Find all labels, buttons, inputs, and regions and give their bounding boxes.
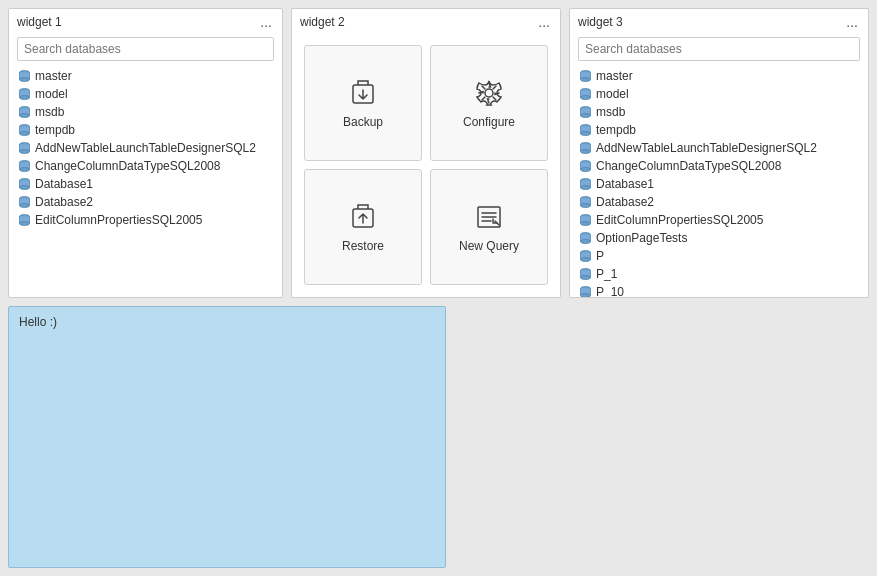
widget-2-menu-button[interactable]: ... xyxy=(536,15,552,29)
database-icon xyxy=(578,88,592,100)
list-item[interactable]: msdb xyxy=(13,103,278,121)
widget-3-title: widget 3 xyxy=(578,15,623,29)
list-item[interactable]: EditColumnPropertiesSQL2005 xyxy=(13,211,278,229)
list-item[interactable]: Database1 xyxy=(13,175,278,193)
db-name: tempdb xyxy=(596,123,636,137)
list-item[interactable]: model xyxy=(13,85,278,103)
backup-icon xyxy=(347,77,379,109)
list-item[interactable]: ChangeColumnDataTypeSQL2008 xyxy=(574,157,864,175)
db-name: P_1 xyxy=(596,267,617,281)
list-item[interactable]: msdb xyxy=(574,103,864,121)
db-name: P xyxy=(596,249,604,263)
list-item[interactable]: AddNewTableLaunchTableDesignerSQL2 xyxy=(574,139,864,157)
action-label: Backup xyxy=(343,115,383,129)
db-name: Database1 xyxy=(35,177,93,191)
svg-point-12 xyxy=(19,114,29,118)
widget-1-title: widget 1 xyxy=(17,15,62,29)
list-item[interactable]: P xyxy=(574,247,864,265)
db-name: Database1 xyxy=(596,177,654,191)
widget-2-action-grid: Backup Configure Restore New Query xyxy=(292,33,560,297)
database-icon xyxy=(17,178,31,190)
db-name: ChangeColumnDataTypeSQL2008 xyxy=(35,159,220,173)
database-icon xyxy=(17,106,31,118)
svg-point-46 xyxy=(485,89,493,97)
database-icon xyxy=(17,196,31,208)
db-name: ChangeColumnDataTypeSQL2008 xyxy=(596,159,781,173)
svg-point-114 xyxy=(580,294,590,298)
list-item[interactable]: Database2 xyxy=(574,193,864,211)
db-name: model xyxy=(35,87,68,101)
action-configure-button[interactable]: Configure xyxy=(430,45,548,161)
widget-3: widget 3 ... master model msdb tempdb Ad… xyxy=(569,8,869,298)
db-name: EditColumnPropertiesSQL2005 xyxy=(596,213,763,227)
svg-point-2 xyxy=(19,78,29,82)
svg-point-59 xyxy=(580,96,590,100)
database-icon xyxy=(578,178,592,190)
database-icon xyxy=(578,142,592,154)
db-name: model xyxy=(596,87,629,101)
list-item[interactable]: OptionPageTests xyxy=(574,229,864,247)
database-icon xyxy=(578,196,592,208)
list-item[interactable]: P_10 xyxy=(574,283,864,297)
database-icon xyxy=(578,70,592,82)
list-item[interactable]: AddNewTableLaunchTableDesignerSQL2 xyxy=(13,139,278,157)
list-item[interactable]: Database1 xyxy=(574,175,864,193)
svg-point-109 xyxy=(580,276,590,280)
widget-2: widget 2 ... Backup Configure Restore Ne… xyxy=(291,8,561,298)
bottom-panel-text: Hello :) xyxy=(19,315,57,329)
list-item[interactable]: master xyxy=(13,67,278,85)
db-name: Database2 xyxy=(35,195,93,209)
svg-point-42 xyxy=(19,222,29,226)
list-item[interactable]: P_1 xyxy=(574,265,864,283)
widget-3-menu-button[interactable]: ... xyxy=(844,15,860,29)
list-item[interactable]: ChangeColumnDataTypeSQL2008 xyxy=(13,157,278,175)
widget-3-db-list: master model msdb tempdb AddNewTableLaun… xyxy=(570,67,868,297)
list-item[interactable]: master xyxy=(574,67,864,85)
list-item[interactable]: EditColumnPropertiesSQL2005 xyxy=(574,211,864,229)
new-query-icon xyxy=(473,201,505,233)
list-item[interactable]: tempdb xyxy=(574,121,864,139)
db-name: master xyxy=(35,69,72,83)
bottom-panel: Hello :) xyxy=(8,306,446,568)
svg-point-74 xyxy=(580,150,590,154)
db-name: msdb xyxy=(35,105,64,119)
database-icon xyxy=(17,142,31,154)
widget-1-search-input[interactable] xyxy=(17,37,274,61)
database-icon xyxy=(578,232,592,244)
svg-point-99 xyxy=(580,240,590,244)
restore-icon xyxy=(347,201,379,233)
svg-point-64 xyxy=(580,114,590,118)
svg-point-84 xyxy=(580,186,590,190)
svg-point-37 xyxy=(19,204,29,208)
database-icon xyxy=(17,214,31,226)
database-icon xyxy=(578,214,592,226)
database-icon xyxy=(578,160,592,172)
widget-2-title: widget 2 xyxy=(300,15,345,29)
action-restore-button[interactable]: Restore xyxy=(304,169,422,285)
svg-point-32 xyxy=(19,186,29,190)
db-name: msdb xyxy=(596,105,625,119)
list-item[interactable]: Database2 xyxy=(13,193,278,211)
widget-1-menu-button[interactable]: ... xyxy=(258,15,274,29)
widget-3-search-input[interactable] xyxy=(578,37,860,61)
list-item[interactable]: tempdb xyxy=(13,121,278,139)
db-name: P_10 xyxy=(596,285,624,297)
svg-point-104 xyxy=(580,258,590,262)
db-name: AddNewTableLaunchTableDesignerSQL2 xyxy=(596,141,817,155)
action-label: Restore xyxy=(342,239,384,253)
svg-point-69 xyxy=(580,132,590,136)
db-name: AddNewTableLaunchTableDesignerSQL2 xyxy=(35,141,256,155)
database-icon xyxy=(17,160,31,172)
list-item[interactable]: model xyxy=(574,85,864,103)
configure-icon xyxy=(473,77,505,109)
action-backup-button[interactable]: Backup xyxy=(304,45,422,161)
widget-3-header: widget 3 ... xyxy=(570,9,868,33)
bottom-right-spacer xyxy=(454,306,870,568)
svg-point-54 xyxy=(580,78,590,82)
widget-2-header: widget 2 ... xyxy=(292,9,560,33)
svg-point-94 xyxy=(580,222,590,226)
action-new-query-button[interactable]: New Query xyxy=(430,169,548,285)
db-name: tempdb xyxy=(35,123,75,137)
database-icon xyxy=(17,70,31,82)
svg-point-89 xyxy=(580,204,590,208)
